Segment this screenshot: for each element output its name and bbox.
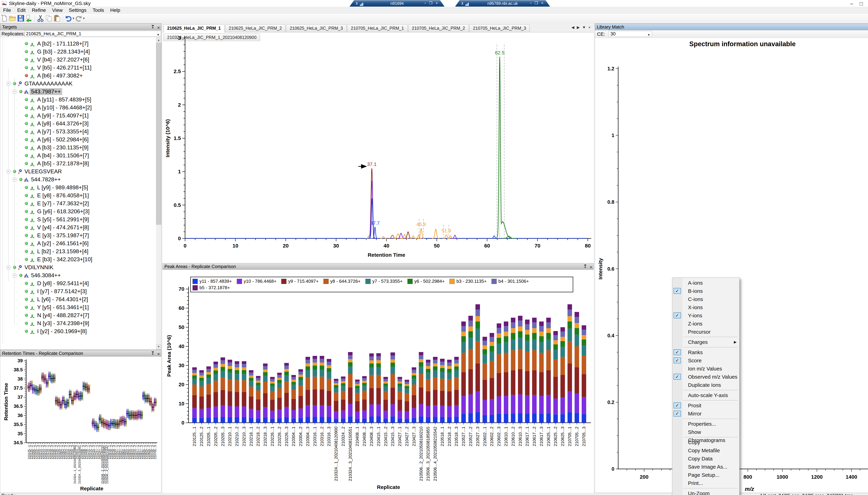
context-menu-item-page-setup-[interactable]: Page Setup... — [672, 471, 739, 479]
pin-icon[interactable] — [583, 264, 587, 270]
context-menu-item-copy-data[interactable]: Copy Data — [672, 455, 739, 463]
rdp-close-button[interactable]: × — [436, 1, 438, 5]
tree-item-a-b4-301-1506-7-[interactable]: A [b4] - 301.1506+[7] — [0, 152, 156, 160]
tree-item-a-b3-230-1135-9-[interactable]: A [b3] - 230.1135+[9] — [0, 144, 156, 152]
rdp-close-button[interactable]: × — [541, 1, 543, 5]
tree-item-a-y6-502-2984-6-[interactable]: A [y6] - 502.2984+[6] — [0, 136, 156, 144]
scroll-down-arrow[interactable]: ▼ — [156, 344, 161, 349]
cut-button[interactable] — [37, 15, 44, 22]
tree-item-l-y9-989-4898-5-[interactable]: L [y9] - 989.4898+[5] — [0, 184, 156, 192]
tree-item-a-b5-372-1878-8-[interactable]: A [b5] - 372.1878+[8] — [0, 160, 156, 168]
collapse-box[interactable]: − — [13, 90, 16, 93]
tree-item-i-y2-260-1969-8-[interactable]: I [y2] - 260.1969+[8] — [0, 328, 156, 336]
close-icon[interactable]: × — [590, 264, 592, 270]
menu-file[interactable]: File — [0, 6, 14, 14]
menu-edit[interactable]: Edit — [14, 6, 29, 14]
context-menu-item-copy[interactable]: Copy — [672, 438, 739, 446]
tree-item-i-y7-877-5142-3-[interactable]: I [y7] - 877.5142+[3] — [0, 288, 156, 296]
tab-scroll-right-icon[interactable]: ▶ — [577, 25, 582, 30]
context-menu-item-z-ions[interactable]: Z-ions — [672, 320, 739, 328]
tree-item-n-y3-374-2398-9-[interactable]: N [y3] - 374.2398+[9] — [0, 320, 156, 328]
rdp-minimize-button[interactable]: ▫ — [425, 1, 426, 5]
context-menu-item-score[interactable]: Score✓ — [672, 356, 739, 364]
context-menu-item-observed-m-z-values[interactable]: Observed m/z Values✓ — [672, 373, 739, 381]
tree-item-546-3084-[interactable]: −546.3084++ — [0, 272, 156, 280]
copy-button[interactable] — [45, 15, 52, 22]
tab-scroll-left-icon[interactable]: ◀ — [571, 25, 577, 30]
collapse-box[interactable]: − — [7, 170, 10, 173]
pin-icon[interactable] — [151, 351, 155, 357]
tree-item-vleegsvear[interactable]: −PYVLEEGSVEAR — [0, 168, 156, 176]
new-document-button[interactable] — [1, 15, 8, 22]
tree-item-v-b5-426-2711-11-[interactable]: V [b5] - 426.2711+[11] — [0, 64, 156, 72]
menu-tools[interactable]: Tools — [90, 6, 107, 14]
redo-button[interactable] — [75, 15, 83, 22]
tree-item-d-y8-992-5411-4-[interactable]: D [y8] - 992.5411+[4] — [0, 280, 156, 288]
maximize-button[interactable]: □ — [860, 1, 868, 6]
tree-item-v-y4-474-2671-8-[interactable]: V [y4] - 474.2671+[8] — [0, 224, 156, 232]
tree-item-e-y8-876-4058-1-[interactable]: E [y8] - 876.4058+[1] — [0, 192, 156, 200]
tree-item-a-b6-497-3082-[interactable]: A [b6] - 497.3082+ — [0, 72, 156, 80]
tree-item-vdilynnik[interactable]: −PYVDILYNNIK — [0, 264, 156, 272]
pin-icon[interactable]: ⊼ — [461, 2, 464, 6]
paste-button[interactable] — [53, 15, 61, 22]
minimize-button[interactable]: – — [850, 1, 860, 6]
close-icon[interactable]: × — [157, 24, 160, 31]
close-icon[interactable]: × — [157, 351, 160, 357]
collapse-box[interactable]: − — [13, 274, 16, 277]
tree-item-y-y5-651-3461-1-[interactable]: Y [y5] - 651.3461+[1] — [0, 304, 156, 312]
tree-item-l-b2-213-1598-4-[interactable]: L [b2] - 213.1598+[4] — [0, 248, 156, 256]
tree-item-a-y9-715-4097-1-[interactable]: A [y9] - 715.4097+[1] — [0, 112, 156, 120]
pin-icon[interactable] — [151, 24, 155, 31]
share-button[interactable] — [25, 15, 33, 22]
rdp-minimize-button[interactable]: ▫ — [530, 1, 532, 5]
pin-icon[interactable]: ⊼ — [356, 2, 358, 6]
tree-item-n-y4-488-2827-7-[interactable]: N [y4] - 488.2827+[7] — [0, 312, 156, 320]
context-menu-item-a-ions[interactable]: A-ions — [672, 279, 739, 287]
tree-item-e-y3-375-1987-7-[interactable]: E [y3] - 375.1987+[7] — [0, 232, 156, 240]
tree-item-g-b3-228-1343-4-[interactable]: G [b3] - 228.1343+[4] — [0, 48, 156, 56]
tab-210705_HeLa_JIC_PRM_1[interactable]: 210705_HeLa_JIC_PRM_1 — [347, 24, 408, 32]
context-menu-item-save-image-as-[interactable]: Save Image As... — [672, 463, 739, 471]
targets-scrollbar[interactable]: ▲ ▼ — [156, 37, 161, 349]
tab-210625_HeLa_JIC_PRM_2[interactable]: 210625_HeLa_JIC_PRM_2 — [225, 24, 286, 32]
tree-item-544-7828-[interactable]: −544.7828++ — [0, 176, 156, 184]
context-menu-item-ranks[interactable]: Ranks✓ — [672, 348, 739, 356]
save-button[interactable] — [17, 15, 24, 22]
context-menu-item-un-zoom[interactable]: Un-Zoom — [672, 489, 739, 495]
tab-close-icon[interactable]: × — [588, 25, 593, 30]
context-menu-item-c-ions[interactable]: C-ions — [672, 295, 739, 303]
redo-dropdown-arrow[interactable]: ▾ — [83, 16, 85, 20]
tree-item-a-y8-644-3726-3-[interactable]: A [y8] - 644.3726+[3] — [0, 120, 156, 128]
tree-item-a-y2-246-1561-6-[interactable]: A [y2] - 246.1561+[6] — [0, 240, 156, 248]
context-menu-item-charges[interactable]: Charges▶ — [672, 338, 739, 346]
context-menu-item-prosit[interactable]: Prosit✓ — [672, 402, 739, 410]
replicates-dropdown[interactable]: 210625_HeLa_JIC_PRM_1 ▼ — [24, 31, 161, 37]
context-menu-item-mirror[interactable]: Mirror✓ — [672, 410, 739, 418]
collapse-box[interactable]: − — [7, 266, 10, 269]
tree-item-543-7987-[interactable]: −543.7987++ — [0, 88, 156, 96]
context-menu-item-print-[interactable]: Print... — [672, 479, 739, 487]
scrollbar-thumb[interactable] — [156, 43, 161, 225]
context-menu-item-y-ions[interactable]: Y-ions✓ — [672, 311, 739, 320]
open-button[interactable] — [9, 15, 16, 22]
context-menu-item-b-ions[interactable]: B-ions✓ — [672, 287, 739, 295]
tree-item-a-y10-786-4468-2-[interactable]: A [y10] - 786.4468+[2] — [0, 104, 156, 112]
context-menu-item-show-chromatograms[interactable]: Show Chromatograms — [672, 428, 739, 436]
collapse-box[interactable]: − — [13, 178, 16, 181]
tree-item-v-b4-327-2027-6-[interactable]: V [b4] - 327.2027+[6] — [0, 56, 156, 64]
rdp-restore-button[interactable]: ❒ — [534, 1, 538, 5]
rdp-restore-button[interactable]: ❒ — [429, 1, 432, 5]
tree-item-a-b2-171-1128-7-[interactable]: A [b2] - 171.1128+[7] — [0, 40, 156, 48]
undo-button[interactable] — [65, 15, 72, 22]
context-menu-item-duplicate-ions[interactable]: Duplicate Ions — [672, 381, 739, 389]
tree-item-e-y7-747-3632-2-[interactable]: E [y7] - 747.3632+[2] — [0, 200, 156, 208]
tab-210625_HeLa_JIC_PRM_1[interactable]: 210625_HeLa_JIC_PRM_1 — [163, 24, 225, 33]
tree-item-e-b3-342-2023-10-[interactable]: E [b3] - 342.2023+[10] — [0, 256, 156, 264]
menu-refine[interactable]: Refine — [29, 6, 49, 14]
undo-dropdown-arrow[interactable]: ▾ — [73, 16, 74, 20]
tab-210705_HeLa_JIC_PRM_3[interactable]: 210705_HeLa_JIC_PRM_3 — [470, 24, 530, 32]
tree-item-gtaaaaaaaaaak[interactable]: −PYGTAAAAAAAAAAK — [0, 80, 156, 88]
context-menu-item-copy-metafile[interactable]: Copy Metafile — [672, 446, 739, 455]
context-menu-item-properties-[interactable]: Properties... — [672, 420, 739, 428]
